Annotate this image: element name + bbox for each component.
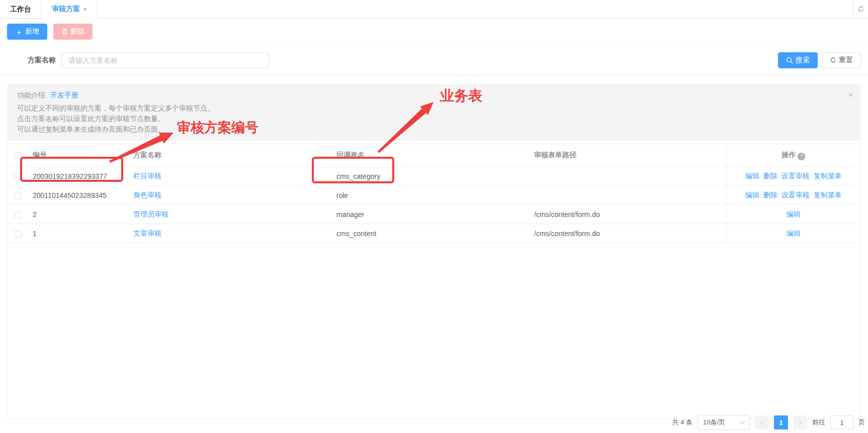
action-copy-menu[interactable]: 复制菜单 bbox=[814, 172, 842, 180]
add-button[interactable]: ＋ 新增 bbox=[7, 24, 47, 40]
page-size-value: 10条/页 bbox=[703, 418, 725, 427]
row-checkbox[interactable] bbox=[14, 211, 21, 219]
page-number-1[interactable]: 1 bbox=[774, 415, 788, 429]
intro-line: 可以定义不同的审核的方案，每个审核方案定义多个审核节点。 bbox=[17, 103, 851, 114]
tab-workbench-label: 工作台 bbox=[10, 5, 31, 14]
cell-form-path bbox=[529, 186, 726, 205]
cell-scheme-id: 1 bbox=[28, 224, 128, 243]
toolbar: ＋ 新增 删除 bbox=[0, 19, 868, 45]
search-section: 方案名称 搜索 重置 bbox=[0, 45, 868, 75]
header-callback-table: 回调表名 bbox=[331, 144, 529, 167]
audit-scheme-page: 工作台 审核方案 × ＋ 新增 删除 方案名称 bbox=[0, 0, 868, 433]
chevron-right-icon: › bbox=[799, 418, 802, 426]
feature-intro-title: 功能介绍 bbox=[17, 91, 45, 99]
pagination: 共 4 条 10条/页 ‹ 1 › 前往 页 bbox=[672, 415, 865, 430]
scheme-name-input[interactable] bbox=[62, 52, 269, 68]
header-actions: 操作 bbox=[782, 151, 796, 159]
reset-button-label: 重置 bbox=[839, 56, 853, 65]
action-copy-menu[interactable]: 复制菜单 bbox=[814, 191, 842, 199]
goto-page-input[interactable] bbox=[830, 415, 853, 429]
action-edit[interactable]: 编辑 bbox=[787, 229, 801, 237]
cell-form-path bbox=[529, 167, 726, 186]
action-edit[interactable]: 编辑 bbox=[745, 191, 759, 199]
intro-line: 点击方案名称可以设置此方案的审核节点数量。 bbox=[17, 114, 851, 124]
cell-callback-table: cms_content bbox=[331, 224, 529, 243]
search-icon bbox=[786, 57, 793, 64]
goto-label: 前往 bbox=[812, 418, 825, 427]
intro-line: 可以通过复制菜单来生成待办页面和已办页面。 bbox=[17, 124, 851, 135]
header-scheme-name: 方案名称 bbox=[128, 144, 331, 167]
delete-button-label: 删除 bbox=[70, 27, 84, 36]
select-all-checkbox[interactable] bbox=[14, 152, 21, 159]
table-row: 2 管理员审核 manager /cms/content/form.do 编辑 bbox=[8, 205, 860, 224]
action-set-audit[interactable]: 设置审核 bbox=[782, 191, 810, 199]
reset-button[interactable]: 重置 bbox=[822, 52, 861, 68]
delete-button[interactable]: 删除 bbox=[53, 24, 93, 40]
tabbar-spacer bbox=[98, 0, 853, 18]
scheme-name-link[interactable]: 栏目审核 bbox=[133, 172, 161, 180]
tab-audit-scheme-label: 审核方案 bbox=[52, 5, 80, 14]
scheme-name-link[interactable]: 角色审核 bbox=[133, 191, 161, 199]
cell-scheme-id: 2001101445023289345 bbox=[28, 186, 128, 205]
reset-refresh-icon bbox=[830, 57, 836, 63]
cell-form-path: /cms/content/form.do bbox=[529, 205, 726, 224]
search-button-label: 搜索 bbox=[796, 56, 810, 65]
page-unit-label: 页 bbox=[858, 418, 865, 427]
trash-icon bbox=[61, 28, 68, 35]
total-count: 共 4 条 bbox=[672, 418, 692, 427]
cell-form-path: /cms/content/form.do bbox=[529, 224, 726, 243]
cell-callback-table: cms_category bbox=[331, 167, 529, 186]
dev-manual-link[interactable]: 开发手册 bbox=[50, 91, 78, 99]
refresh-icon bbox=[857, 6, 864, 13]
cell-scheme-id: 2 bbox=[28, 205, 128, 224]
tab-refresh-button[interactable] bbox=[853, 0, 868, 18]
next-page-button[interactable]: › bbox=[793, 415, 807, 429]
header-form-path: 审核表单路径 bbox=[529, 144, 726, 167]
tab-close-icon[interactable]: × bbox=[83, 6, 87, 13]
prev-page-button[interactable]: ‹ bbox=[755, 415, 769, 429]
table-row: 1 文章审核 cms_content /cms/content/form.do … bbox=[8, 224, 860, 243]
cell-callback-table: role bbox=[331, 186, 529, 205]
tab-bar: 工作台 审核方案 × bbox=[0, 0, 868, 19]
table-row: 2001101445023289345 角色审核 role 编辑删除设置审核复制… bbox=[8, 186, 860, 205]
chevron-left-icon: ‹ bbox=[761, 418, 763, 426]
action-set-audit[interactable]: 设置审核 bbox=[782, 172, 810, 180]
cell-scheme-id: 2003019218392293377 bbox=[28, 167, 128, 186]
row-checkbox[interactable] bbox=[14, 173, 21, 180]
action-delete[interactable]: 删除 bbox=[763, 191, 777, 199]
plus-icon: ＋ bbox=[15, 28, 23, 36]
scheme-table: 编号 方案名称 回调表名 审核表单路径 操作? 2003019218392293… bbox=[7, 144, 861, 419]
table-row: 2003019218392293377 栏目审核 cms_category 编辑… bbox=[8, 167, 860, 186]
scheme-name-link[interactable]: 文章审核 bbox=[133, 229, 161, 237]
feature-intro-box: 功能介绍 开发手册 可以定义不同的审核的方案，每个审核方案定义多个审核节点。 点… bbox=[7, 84, 861, 141]
header-id: 编号 bbox=[28, 144, 128, 167]
info-close-icon[interactable]: × bbox=[848, 90, 853, 99]
page-size-select[interactable]: 10条/页 bbox=[698, 415, 750, 430]
cell-callback-table: manager bbox=[331, 205, 529, 224]
row-checkbox[interactable] bbox=[14, 192, 21, 199]
table-header-row: 编号 方案名称 回调表名 审核表单路径 操作? bbox=[8, 144, 860, 167]
tab-workbench[interactable]: 工作台 bbox=[0, 0, 42, 19]
help-icon[interactable]: ? bbox=[798, 153, 805, 160]
tab-audit-scheme[interactable]: 审核方案 × bbox=[42, 0, 98, 19]
row-checkbox[interactable] bbox=[14, 231, 21, 238]
action-edit[interactable]: 编辑 bbox=[787, 210, 801, 218]
search-button[interactable]: 搜索 bbox=[778, 52, 818, 68]
add-button-label: 新增 bbox=[25, 27, 39, 36]
action-delete[interactable]: 删除 bbox=[763, 172, 777, 180]
scheme-name-label: 方案名称 bbox=[28, 56, 56, 65]
chevron-down-icon bbox=[740, 421, 745, 424]
action-edit[interactable]: 编辑 bbox=[745, 172, 759, 180]
scheme-name-link[interactable]: 管理员审核 bbox=[133, 210, 168, 218]
